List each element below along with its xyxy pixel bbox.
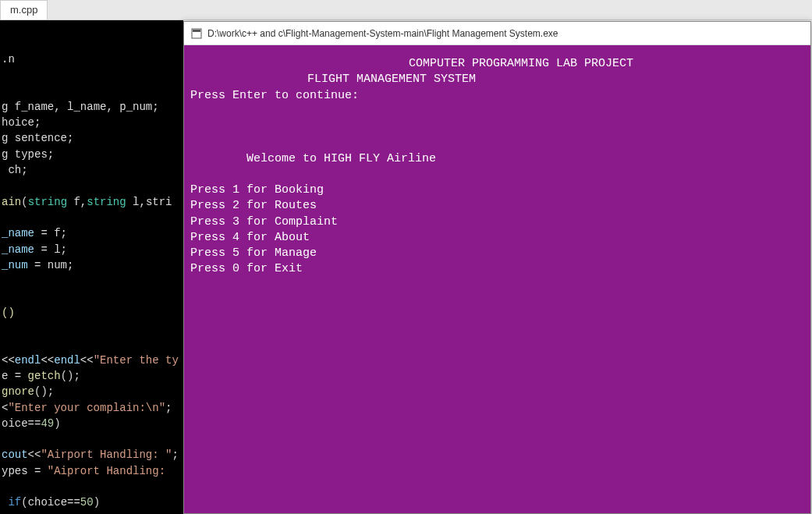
code-line: g f_name, l_name, p_num; bbox=[0, 99, 183, 115]
console-line: Press 3 for Complaint bbox=[190, 214, 804, 230]
code-line: () bbox=[0, 305, 183, 321]
code-line bbox=[0, 210, 183, 225]
console-titlebar[interactable]: D:\work\c++ and c\Flight-Management-Syst… bbox=[184, 22, 810, 45]
code-line: _name = l; bbox=[0, 242, 183, 257]
code-line: hoice; bbox=[0, 115, 183, 130]
code-line: ypes = "Aiprort Handling: bbox=[0, 463, 183, 479]
code-line: if(choice==50) bbox=[0, 495, 183, 510]
console-line: Press Enter to continue: bbox=[190, 88, 804, 104]
code-line bbox=[0, 289, 183, 304]
console-line: COMPUTER PROGRAMMING LAB PROJECT bbox=[190, 56, 804, 72]
code-editor[interactable]: .n g f_name, l_name, p_num;hoice;g sente… bbox=[0, 20, 183, 514]
console-icon bbox=[190, 27, 203, 40]
code-line: <"Enter your complain:\n"; bbox=[0, 400, 183, 416]
code-line: ain(string f,string l,stri bbox=[0, 194, 183, 210]
code-line bbox=[0, 479, 183, 495]
console-line: Press 0 for Exit bbox=[190, 261, 804, 277]
console-line: Press 4 for About bbox=[190, 230, 804, 246]
code-line bbox=[0, 336, 183, 352]
console-title: D:\work\c++ and c\Flight-Management-Syst… bbox=[207, 28, 558, 39]
code-line: g types; bbox=[0, 147, 183, 162]
console-output[interactable]: COMPUTER PROGRAMMING LAB PROJECTFLIGHT M… bbox=[184, 45, 810, 513]
code-line: oice==49) bbox=[0, 416, 183, 431]
code-line bbox=[0, 321, 183, 336]
console-line: Press 1 for Booking bbox=[190, 183, 804, 198]
code-line: _num = num; bbox=[0, 257, 183, 273]
console-line: FLIGHT MANAGEMENT SYSTEM bbox=[190, 72, 804, 87]
code-line: cout<<"Airport Handling: "; bbox=[0, 447, 183, 463]
tab-file[interactable]: m.cpp bbox=[0, 0, 48, 19]
console-line: Press 2 for Routes bbox=[190, 198, 804, 214]
code-line: _name = f; bbox=[0, 225, 183, 241]
code-line: e = getch(); bbox=[0, 368, 183, 384]
code-line bbox=[0, 67, 183, 83]
console-line bbox=[190, 104, 804, 119]
console-line bbox=[190, 119, 804, 135]
svg-rect-1 bbox=[193, 30, 200, 32]
code-line bbox=[0, 273, 183, 289]
console-line: Welcome to HIGH FLY Airline bbox=[190, 151, 804, 167]
tab-bar: m.cpp bbox=[0, 0, 812, 20]
code-line: ch; bbox=[0, 162, 183, 178]
code-line: g sentence; bbox=[0, 130, 183, 146]
console-line bbox=[190, 135, 804, 151]
code-line bbox=[0, 431, 183, 447]
console-window[interactable]: D:\work\c++ and c\Flight-Management-Syst… bbox=[183, 21, 811, 514]
console-line: Press 5 for Manage bbox=[190, 246, 804, 261]
code-line: gnore(); bbox=[0, 384, 183, 399]
code-line bbox=[0, 83, 183, 99]
code-line bbox=[0, 178, 183, 193]
console-line bbox=[190, 167, 804, 183]
tab-label: m.cpp bbox=[10, 4, 37, 16]
code-line: <<endl<<endl<<"Enter the ty bbox=[0, 353, 183, 368]
code-line: .n bbox=[0, 51, 183, 67]
